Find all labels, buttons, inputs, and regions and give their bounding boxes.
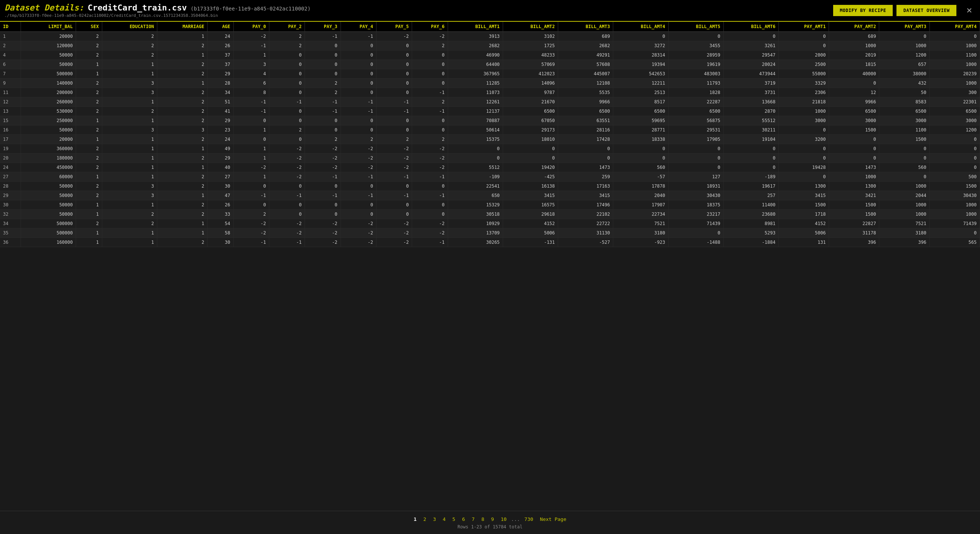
table-cell: 2: [76, 219, 102, 229]
table-cell: -2: [412, 144, 448, 154]
table-cell: 0: [668, 229, 723, 238]
table-cell: 3261: [723, 41, 778, 51]
table-cell: -2: [376, 238, 412, 247]
page-ellipsis: ...: [511, 517, 520, 522]
table-cell: -2: [412, 219, 448, 229]
table-container: IDLIMIT_BALSEXEDUCATIONMARRIAGEAGEPAY_0P…: [0, 22, 980, 511]
table-cell: 0: [376, 41, 412, 51]
page-last[interactable]: 730: [522, 516, 535, 523]
table-cell: -1: [340, 191, 376, 200]
table-cell: 0: [340, 116, 376, 126]
table-cell: 1: [157, 51, 207, 60]
table-cell: 1500: [829, 210, 879, 219]
table-cell: 16575: [503, 200, 558, 210]
table-cell: -1: [269, 97, 305, 107]
col-header-pay-amt4: PAY_AMT4: [929, 22, 980, 32]
table-cell: 0: [305, 126, 340, 135]
page-number-1[interactable]: 1: [411, 516, 419, 523]
table-cell: 120000: [21, 41, 76, 51]
table-row: 1720000112240022221537518010174281833817…: [0, 135, 980, 144]
table-cell: 0: [376, 182, 412, 191]
table-cell: 0: [879, 172, 929, 182]
table-cell: 483003: [668, 69, 723, 79]
table-cell: 29547: [723, 51, 778, 60]
table-cell: 0: [723, 163, 778, 172]
table-cell: 0: [269, 60, 305, 69]
table-cell: 1: [102, 163, 157, 172]
page-number-6[interactable]: 6: [460, 516, 467, 523]
page-number-7[interactable]: 7: [469, 516, 477, 523]
table-cell: 12137: [448, 107, 503, 116]
table-cell: -1: [340, 172, 376, 182]
table-cell: 0: [723, 32, 778, 41]
table-cell: -2: [269, 154, 305, 163]
table-cell: 16: [0, 126, 21, 135]
table-cell: 2: [157, 182, 207, 191]
table-cell: -131: [503, 238, 558, 247]
col-header-bill-amt6: BILL_AMT6: [723, 22, 778, 32]
table-cell: 5293: [723, 229, 778, 238]
table-cell: 2: [0, 41, 21, 51]
table-cell: -2: [376, 229, 412, 238]
table-cell: 27: [0, 172, 21, 182]
table-cell: -2: [269, 144, 305, 154]
page-number-3[interactable]: 3: [431, 516, 438, 523]
table-cell: 1: [157, 219, 207, 229]
table-cell: 445007: [558, 69, 613, 79]
table-cell: 18931: [668, 182, 723, 191]
table-cell: 30: [0, 200, 21, 210]
table-cell: 5006: [778, 229, 829, 238]
modify-by-recipe-button[interactable]: MODIFY BY RECIPE: [833, 5, 893, 16]
next-page-button[interactable]: Next Page: [538, 516, 568, 523]
table-cell: 542653: [613, 69, 668, 79]
table-cell: 30265: [448, 238, 503, 247]
table-cell: 1500: [778, 200, 829, 210]
col-header-pay-4: PAY_4: [340, 22, 376, 32]
table-cell: 1718: [778, 210, 829, 219]
table-cell: 1: [76, 116, 102, 126]
table-cell: 12108: [558, 79, 613, 88]
page-number-9[interactable]: 9: [489, 516, 496, 523]
page-number-4[interactable]: 4: [441, 516, 448, 523]
table-cell: 16138: [503, 182, 558, 191]
table-cell: 0: [233, 182, 269, 191]
table-cell: 0: [613, 32, 668, 41]
table-cell: 18338: [613, 135, 668, 144]
table-cell: 29173: [503, 126, 558, 135]
pagination: 12345678910...730Next Page Rows 1-23 of …: [0, 511, 980, 534]
table-cell: -2: [305, 144, 340, 154]
table-cell: 30430: [929, 191, 980, 200]
table-cell: 500000: [21, 219, 76, 229]
table-cell: 565: [929, 238, 980, 247]
table-row: 1525000011229000000708876705063551596955…: [0, 116, 980, 126]
table-cell: -2: [305, 154, 340, 163]
table-cell: 2040: [613, 191, 668, 200]
col-header-pay-amt3: PAY_AMT3: [879, 22, 929, 32]
table-cell: 12261: [448, 97, 503, 107]
table-cell: 3: [157, 126, 207, 135]
table-cell: 2: [102, 107, 157, 116]
table-cell: -2: [376, 219, 412, 229]
table-cell: -2: [269, 229, 305, 238]
dataset-uuid: (b17333f0-f0ee-11e9-a845-0242ac110002): [191, 6, 310, 12]
close-button[interactable]: ✕: [963, 5, 975, 16]
table-cell: 37: [208, 51, 233, 60]
col-header-bill-amt4: BILL_AMT4: [613, 22, 668, 32]
table-cell: 657: [879, 60, 929, 69]
page-number-10[interactable]: 10: [499, 516, 509, 523]
table-cell: 3200: [778, 135, 829, 144]
dataset-overview-button[interactable]: DATASET OVERVIEW: [896, 5, 956, 16]
table-cell: -1: [412, 172, 448, 182]
page-number-5[interactable]: 5: [450, 516, 458, 523]
table-cell: 30: [208, 238, 233, 247]
header-left: Dataset Details: CreditCard_train.csv (b…: [5, 3, 310, 18]
table-cell: 0: [412, 60, 448, 69]
page-number-8[interactable]: 8: [479, 516, 487, 523]
table-cell: 0: [340, 51, 376, 60]
table-cell: -1: [340, 97, 376, 107]
page-number-2[interactable]: 2: [421, 516, 429, 523]
table-cell: 2: [102, 219, 157, 229]
table-cell: 17163: [558, 182, 613, 191]
table-cell: 3000: [879, 116, 929, 126]
table-cell: 2: [76, 191, 102, 200]
